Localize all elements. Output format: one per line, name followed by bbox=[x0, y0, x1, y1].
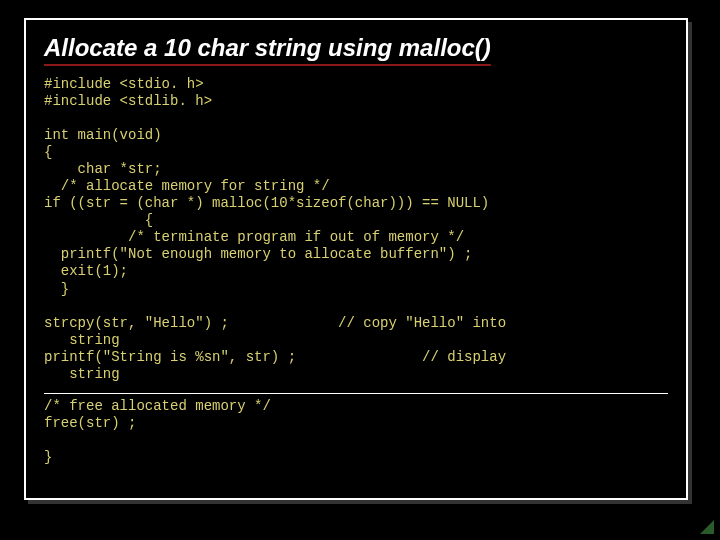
code-line: printf("Not enough memory to allocate bu… bbox=[44, 246, 472, 262]
code-line: if ((str = (char *) malloc(10*sizeof(cha… bbox=[44, 195, 489, 211]
code-line: #include <stdio. h> bbox=[44, 76, 204, 92]
code-line: strcpy(str, "Hello") ; // copy "Hello" i… bbox=[44, 315, 506, 331]
code-line: free(str) ; bbox=[44, 415, 136, 431]
code-line: #include <stdlib. h> bbox=[44, 93, 212, 109]
code-line: printf("String is %sn", str) ; // displa… bbox=[44, 349, 506, 365]
cutoff-rule bbox=[44, 393, 668, 394]
slide-title: Allocate a 10 char string using malloc() bbox=[44, 34, 668, 62]
code-line: } bbox=[44, 449, 52, 465]
page-corner-icon bbox=[700, 520, 714, 534]
code-line: string bbox=[44, 366, 120, 382]
slide-frame: Allocate a 10 char string using malloc()… bbox=[24, 18, 688, 500]
code-line: /* allocate memory for string */ bbox=[44, 178, 330, 194]
code-line: char *str; bbox=[44, 161, 162, 177]
code-line: exit(1); bbox=[44, 263, 128, 279]
code-line: } bbox=[44, 281, 69, 297]
code-line: { bbox=[44, 212, 153, 228]
code-line: /* terminate program if out of memory */ bbox=[44, 229, 464, 245]
code-line: /* free allocated memory */ bbox=[44, 398, 271, 414]
code-line: { bbox=[44, 144, 52, 160]
code-line: string bbox=[44, 332, 120, 348]
code-line: int main(void) bbox=[44, 127, 162, 143]
code-block-below: /* free allocated memory */ free(str) ; … bbox=[44, 398, 668, 466]
code-block: #include <stdio. h> #include <stdlib. h>… bbox=[44, 76, 668, 383]
